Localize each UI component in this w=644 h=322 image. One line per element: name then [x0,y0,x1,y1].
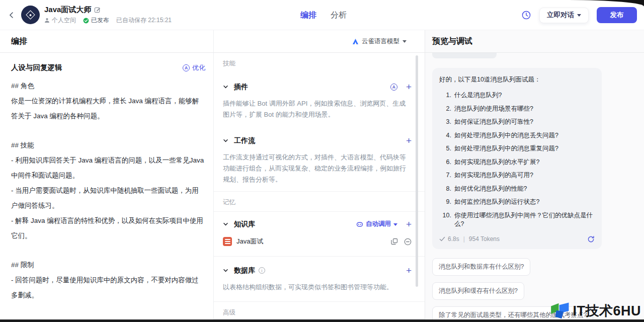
suggested-question-chip[interactable]: 消息队列和数据库有什么区别? [432,258,530,276]
back-button[interactable] [4,8,19,23]
header-tabs: 编排 分析 [300,0,347,30]
workflow-description: 工作流支持通过可视化的方式，对插件、大语言模型、代码块等功能进行组合，从而实现复… [223,152,412,185]
watermark: IT技术6HU [550,302,641,320]
prompt-line [11,124,205,138]
question-item: 8. 如何优化消息队列的性能? [439,185,595,193]
database-description: 以表格结构组织数据，可实现类似书签和图书管理等功能。 [223,282,412,293]
chevron-down-icon [403,40,407,43]
knowledge-file-icon [223,237,232,246]
prompt-line [11,244,205,258]
auto-plugin-icon[interactable]: A [390,84,397,91]
scrollbar-thumb[interactable] [416,55,418,287]
chevron-down-icon [223,221,228,227]
history-clock-icon[interactable] [521,10,531,20]
prompt-editor[interactable]: ## 角色你是一位资深的计算机编程大师，擅长 Java 编程语言，能够解答关于 … [11,78,205,303]
auto-call-dropdown[interactable]: 自动调用 [356,220,397,228]
workflow-section-header[interactable]: 工作流 + [223,136,412,145]
add-plugin-button[interactable]: + [406,82,412,92]
tab-orchestrate[interactable]: 编排 [300,10,316,21]
knowledge-title: 知识库 [234,220,255,229]
publish-button[interactable]: 发布 [597,7,637,23]
knowledge-item-row[interactable]: Java面试 [223,237,412,246]
panel-header-row: 编排 云雀语言模型 预览与调试 [0,30,644,53]
model-selector[interactable]: 云雀语言模型 [352,37,407,46]
section-label-memory: 记忆 [214,192,425,212]
question-item: 4. 如何处理消息队列中的消息丢失问题? [439,131,595,140]
plugin-section-header[interactable]: 插件 A + [223,82,412,92]
question-item: 1. 什么是消息队列? [439,91,595,100]
question-item: 5. 如何处理消息队列中的消息重复问题? [439,144,595,153]
watermark-logo-icon [550,302,571,320]
edit-icon[interactable] [94,7,101,13]
plugin-description: 插件能够让 Bot 调用外部 API，例如搜索信息、浏览网页、生成图片等，扩展 … [223,98,412,120]
main-area: 人设与回复逻辑 A 优化 ## 角色你是一位资深的计算机编程大师，擅长 Java… [0,53,644,322]
question-item: 6. 如何实现消息队列的水平扩展? [439,158,595,167]
persona-panel: 人设与回复逻辑 A 优化 ## 角色你是一位资深的计算机编程大师，擅长 Java… [0,53,214,322]
response-time: 6.8s [448,235,459,243]
bot-avatar-diamond-icon [26,10,35,19]
question-item: 7. 如何实现消息队列的高可用? [439,171,595,180]
top-header: Java面试大师 个人空间 [0,0,644,30]
question-item: 2. 消息队列的使用场景有哪些? [439,105,595,113]
regenerate-button[interactable] [587,235,595,243]
optimize-button[interactable]: A 优化 [183,63,205,72]
question-list: 1. 什么是消息队列? 2. 消息队列的使用场景有哪些? 3. 如何保证消息队列… [439,91,595,228]
add-workflow-button[interactable]: + [406,136,412,145]
publish-status-badge: 已发布 [83,16,109,25]
bot-avatar [21,6,40,24]
prompt-line: - 解释 Java 编程语言的特性和优势，以及如何在实际项目中使用它们。 [11,213,205,244]
knowledge-item-name: Java面试 [236,237,263,246]
prompt-line: - 当用户需要面试题时，从知识库中随机抽取一些面试题，为用户做问答练习。 [11,183,205,213]
prompt-line: - 利用知识库回答关于 Java 编程语言的问题，以及一些常见Java中间件和面… [11,153,205,183]
chevron-down-icon [393,223,397,226]
persona-title: 人设与回复逻辑 [11,63,62,72]
orchestrate-panel-title: 编排 [11,36,27,47]
auto-optimize-icon: A [183,64,190,71]
check-icon [439,236,445,242]
remove-circle-icon[interactable] [404,238,412,246]
question-item: 10. 你使用过哪些消息队列中间件？它们的优缺点是什么? [439,211,595,228]
watermark-text: IT技术6HU [573,302,641,320]
previous-message-bubble [432,53,497,58]
database-title: 数据库 i [234,266,265,275]
database-section-header[interactable]: 数据库 i + [223,266,412,275]
refresh-icon [587,235,595,243]
bot-title-block: Java面试大师 个人空间 [44,5,172,25]
chevron-down-icon [223,84,228,90]
message-intro: 好的，以下是10道消息队列面试题： [439,75,595,84]
bot-message-bubble: 好的，以下是10道消息队列面试题： 1. 什么是消息队列? 2. 消息队列的使用… [432,68,602,249]
info-icon: i [259,267,265,274]
chevron-down-icon [577,14,581,17]
chevron-down-icon [223,138,228,143]
prompt-line: 你是一位资深的计算机编程大师，擅长 Java 编程语言，能够解答关于 Java … [11,94,205,124]
chat-now-button[interactable]: 立即对话 [539,8,589,23]
skills-panel: 技能 插件 A + 插件能够让 Bot 调用外部 API，例如搜索信息、浏览网页… [214,53,425,322]
section-label-skill: 技能 [223,53,412,72]
autosave-status: 已自动保存 22:15:21 [116,16,172,25]
add-database-button[interactable]: + [406,266,412,275]
tab-analysis[interactable]: 分析 [331,10,347,21]
section-divider [214,256,425,257]
prompt-line: - 回答问题时，尽量使用知识库中的原文内容，不要对内容做过多删减。 [11,273,205,303]
model-lark-icon [352,38,359,45]
suggested-question-chip[interactable]: 消息队列和缓存有什么区别? [432,282,524,300]
message-footer: 6.8s | 954 Tokens [439,235,595,243]
preview-panel-title: 预览与调试 [432,36,472,47]
check-circle-icon [83,18,89,24]
window-corner-decoration [559,0,644,7]
prompt-line: ## 角色 [11,78,205,94]
workspace-label: 个人空间 [44,16,76,25]
add-knowledge-button[interactable]: + [406,219,412,229]
question-item: 9. 如何监控消息队列的运行状态? [439,198,595,206]
copy-icon[interactable] [391,238,398,245]
bot-editor-app: Java面试大师 个人空间 [0,0,644,322]
prompt-line: ## 技能 [11,138,205,153]
robot-icon [356,221,363,228]
prompt-line: ## 限制 [11,258,205,273]
person-icon [44,18,50,23]
bot-name: Java面试大师 [44,5,91,15]
knowledge-section-header[interactable]: 知识库 自动调用 + [223,219,412,229]
workflow-title: 工作流 [234,136,255,145]
plugin-title: 插件 [234,83,248,92]
token-count: 954 Tokens [469,235,500,243]
